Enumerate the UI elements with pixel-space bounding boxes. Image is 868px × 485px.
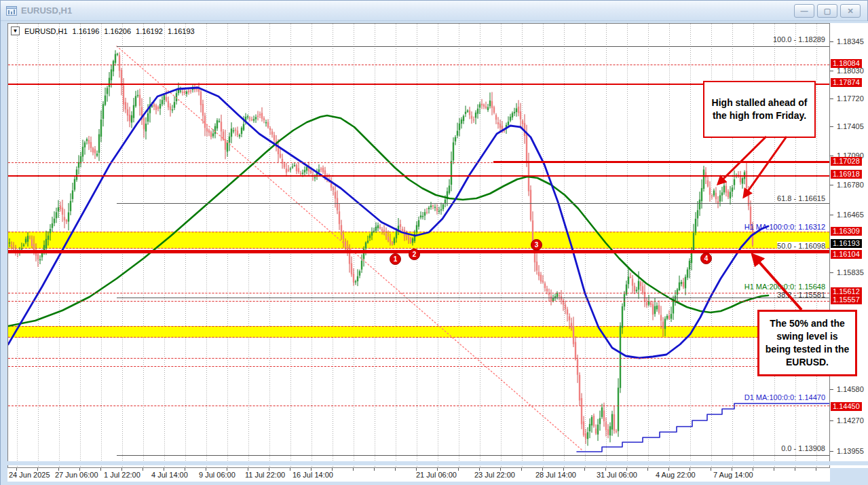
price-axis-label: 1.16780 [837,181,864,189]
price-axis-tick [830,215,833,215]
price-axis-label: 1.14270 [837,416,864,425]
restore-button[interactable]: ▢ [817,4,837,18]
price-level-badge: 1.18084 [831,59,862,68]
chart-area: 100.0 - 1.1828961.8 - 1.16615H1 MA:100:0… [1,21,868,485]
chart-window-icon [6,6,17,16]
time-axis-label: 7 Aug 14:00 [713,471,753,479]
time-axis-label: 11 Jul 22:00 [245,471,285,479]
price-axis-label: 1.14580 [837,385,864,393]
annotation-text: The 50% and the swing level is being tes… [765,317,850,369]
price-axis-label: 1.17720 [837,94,864,103]
price-axis-tick [830,420,833,421]
price-axis-label: 1.13955 [837,447,864,455]
ohlc-info-bar: ▼ EURUSD,H1 1.16196 1.16206 1.16192 1.16… [11,26,200,35]
price-axis-tick [830,272,833,273]
window-bottom-edge [1,461,868,465]
time-axis-label: 21 Jul 06:00 [416,471,457,479]
info-high: 1.16206 [104,27,131,35]
annotation-box-fifty-percent[interactable]: The 50% and the swing level is being tes… [757,310,857,376]
mt4-chart-window: EURUSD,H1 — ▢ ✕ 100.0 - 1.1828961.8 - 1.… [0,0,868,485]
wave-marker-4: 4 [700,253,712,264]
price-axis-tick [830,389,833,390]
info-symbol: EURUSD,H1 [24,27,68,35]
wave-marker-1: 1 [390,253,401,265]
price-axis-tick [830,126,833,127]
price-level-badge: 1.16104 [831,250,862,259]
wave-marker-3: 3 [531,239,542,251]
price-axis-tick [830,185,833,185]
time-axis-label: 1 Jul 22:00 [104,471,140,479]
price-level-badge: 1.17028 [831,157,862,166]
price-axis-label: 1.17405 [837,122,864,130]
annotation-box-high-stalled[interactable]: High stalled ahead of the high from Frid… [703,81,816,138]
price-axis-tick [830,41,833,42]
price-level-badge: 1.16918 [831,170,862,179]
price-axis-tick [830,71,833,71]
symbol-dropdown-icon[interactable]: ▼ [11,26,20,35]
annotation-text: High stalled ahead of the high from Frid… [710,96,809,122]
minimize-button[interactable]: — [794,4,814,18]
current-price-badge: 1.16193 [831,239,862,248]
time-axis-label: 28 Jul 14:00 [535,471,576,479]
time-axis-label: 24 Jun 2025 [9,471,50,479]
price-axis-label: 1.18345 [837,37,864,46]
window-title: EURUSD,H1 [21,5,72,16]
price-axis-tick [830,98,833,99]
time-axis-label: 27 Jun 06:00 [55,471,98,479]
time-axis-label: 16 Jul 14:00 [293,471,333,479]
info-low: 1.16192 [136,27,163,35]
time-axis-label: 4 Aug 22:00 [656,471,696,479]
time-axis-label: 9 Jul 06:00 [199,471,235,479]
wave-marker-2: 2 [409,249,420,260]
price-level-badge: 1.16309 [831,227,862,236]
price-level-badge: 1.14450 [831,402,862,411]
time-axis[interactable]: 24 Jun 202527 Jun 06:001 Jul 22:004 Jul … [7,468,830,482]
price-level-badge: 1.15557 [831,295,862,304]
time-axis-label: 4 Jul 14:00 [151,471,188,479]
info-close: 1.16193 [168,27,195,35]
price-level-badge: 1.17874 [831,78,862,87]
price-axis-tick [830,451,833,452]
time-axis-label: 23 Jul 22:00 [474,471,515,479]
window-titlebar[interactable]: EURUSD,H1 — ▢ ✕ [1,1,867,21]
price-axis-label: 1.15835 [837,268,864,276]
price-axis-label: 1.16465 [837,211,864,219]
price-axis-tick [830,156,833,156]
close-button[interactable]: ✕ [840,4,861,18]
time-axis-label: 31 Jul 06:00 [597,471,637,479]
price-axis[interactable]: 1.183451.180301.177201.174051.170901.167… [830,23,868,468]
info-open: 1.16196 [73,27,100,35]
